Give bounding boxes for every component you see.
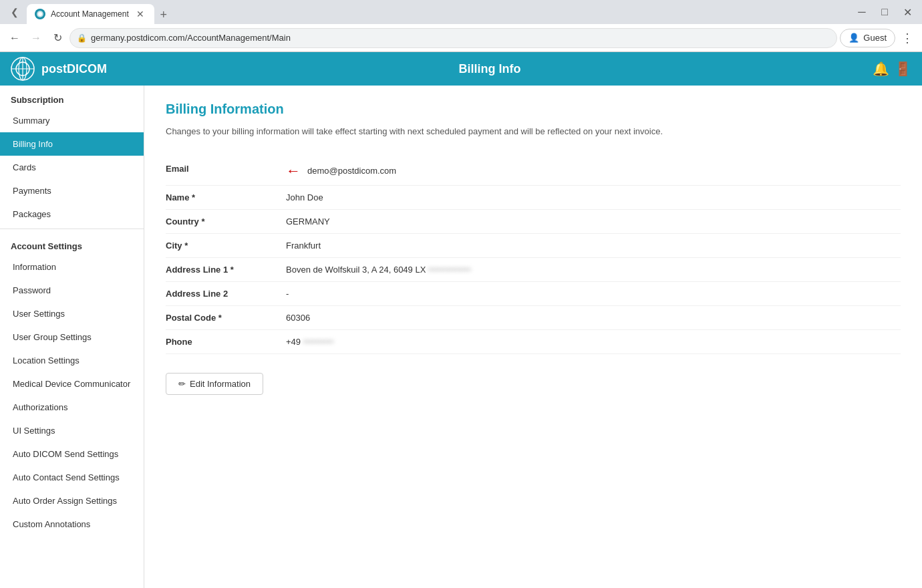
value-postal: 60306 <box>286 313 901 323</box>
info-row-address1: Address Line 1 * Boven de Wolfskuil 3, A… <box>166 258 901 282</box>
sidebar-item-summary[interactable]: Summary <box>0 109 144 132</box>
sidebar-item-medical-device[interactable]: Medical Device Communicator <box>0 372 144 396</box>
edit-icon: ✏ <box>178 379 186 389</box>
profile-label: Guest <box>863 33 887 43</box>
app-logo: postDICOM <box>11 57 107 81</box>
browser-toolbar: ← → ↻ 🔒 germany.postdicom.com/AccountMan… <box>0 24 922 52</box>
back-button[interactable]: ← <box>5 29 24 47</box>
edit-button-label: Edit Information <box>190 379 251 389</box>
subscription-section-header: Subscription <box>0 86 144 109</box>
label-postal: Postal Code * <box>166 313 286 323</box>
billing-info-table: Email ← demo@postdicom.com Name * John D… <box>166 157 901 354</box>
value-name: John Doe <box>286 192 901 202</box>
page-description: Changes to your billing information will… <box>166 125 901 138</box>
label-address1: Address Line 1 * <box>166 265 286 275</box>
sidebar-item-user-settings[interactable]: User Settings <box>0 302 144 325</box>
sidebar-item-packages[interactable]: Packages <box>0 202 144 226</box>
sidebar-item-location-settings[interactable]: Location Settings <box>0 349 144 372</box>
info-row-phone: Phone +49 •••••••••• <box>166 330 901 354</box>
svg-point-1 <box>38 12 42 16</box>
minimize-btn[interactable]: ─ <box>853 3 871 21</box>
logo-text: postDICOM <box>41 62 107 76</box>
close-btn[interactable]: ✕ <box>898 3 917 21</box>
sidebar-item-password[interactable]: Password <box>0 279 144 302</box>
value-address1: Boven de Wolfskuil 3, A 24, 6049 LX ••••… <box>286 265 901 275</box>
sidebar-item-information[interactable]: Information <box>0 255 144 279</box>
sidebar-item-authorizations[interactable]: Authorizations <box>0 396 144 419</box>
sidebar-item-auto-order-assign[interactable]: Auto Order Assign Settings <box>0 489 144 512</box>
main-content: Billing Information Changes to your bill… <box>144 86 922 588</box>
sidebar-item-user-group-settings[interactable]: User Group Settings <box>0 325 144 349</box>
sidebar-item-custom-annotations[interactable]: Custom Annotations <box>0 512 144 536</box>
value-phone: +49 •••••••••• <box>286 337 901 347</box>
tab-strip: Account Management ✕ + <box>27 0 173 24</box>
info-row-name: Name * John Doe <box>166 186 901 210</box>
tab-close-btn[interactable]: ✕ <box>134 8 146 20</box>
label-phone: Phone <box>166 337 286 347</box>
app-body: Subscription Summary Billing Info Cards … <box>0 86 922 588</box>
reload-button[interactable]: ↻ <box>48 29 67 47</box>
lock-icon: 🔒 <box>77 33 87 43</box>
profile-button[interactable]: 👤 Guest <box>840 29 895 47</box>
info-row-city: City * Frankfurt <box>166 234 901 258</box>
info-row-email: Email ← demo@postdicom.com <box>166 157 901 186</box>
label-city: City * <box>166 241 286 251</box>
red-arrow-annotation: ← <box>286 164 301 178</box>
notifications-icon[interactable]: 🔔 <box>873 61 889 77</box>
new-tab-button[interactable]: + <box>154 5 173 24</box>
page-title: Billing Information <box>166 102 901 117</box>
forward-button[interactable]: → <box>27 29 45 47</box>
app-header: postDICOM Billing Info 🔔 🚪 <box>0 52 922 86</box>
tab-favicon <box>35 9 45 19</box>
tab-scroll-left[interactable]: ❮ <box>5 3 24 21</box>
edit-information-button[interactable]: ✏ Edit Information <box>166 373 263 395</box>
tab-title: Account Management <box>51 9 129 19</box>
sidebar-divider-1 <box>0 229 144 229</box>
label-name: Name * <box>166 192 286 202</box>
value-country: GERMANY <box>286 216 901 227</box>
value-city: Frankfurt <box>286 241 901 251</box>
label-country: Country * <box>166 216 286 227</box>
logo-svg <box>11 57 35 81</box>
sidebar-item-auto-dicom-send[interactable]: Auto DICOM Send Settings <box>0 442 144 466</box>
info-row-address2: Address Line 2 - <box>166 282 901 306</box>
info-row-postal: Postal Code * 60306 <box>166 306 901 330</box>
browser-menu-button[interactable]: ⋮ <box>898 29 917 47</box>
label-email: Email <box>166 164 286 178</box>
sidebar: Subscription Summary Billing Info Cards … <box>0 86 144 588</box>
header-actions: 🔔 🚪 <box>873 61 911 77</box>
address-text: germany.postdicom.com/AccountManagement/… <box>91 33 830 43</box>
value-address2: - <box>286 289 901 299</box>
browser-titlebar: ❮ Account Management ✕ + ─ □ ✕ <box>0 0 922 24</box>
app-wrapper: postDICOM Billing Info 🔔 🚪 Subscription … <box>0 52 922 588</box>
header-title: Billing Info <box>459 62 521 76</box>
sidebar-item-auto-contact-send[interactable]: Auto Contact Send Settings <box>0 466 144 489</box>
value-email: demo@postdicom.com <box>307 166 396 176</box>
profile-icon: 👤 <box>849 33 859 43</box>
sidebar-item-cards[interactable]: Cards <box>0 156 144 179</box>
address-bar[interactable]: 🔒 germany.postdicom.com/AccountManagemen… <box>69 28 837 48</box>
info-row-country: Country * GERMANY <box>166 210 901 234</box>
active-tab[interactable]: Account Management ✕ <box>27 4 154 24</box>
logout-icon[interactable]: 🚪 <box>895 61 911 77</box>
maximize-btn[interactable]: □ <box>875 3 894 21</box>
label-address2: Address Line 2 <box>166 289 286 299</box>
sidebar-item-billing-info[interactable]: Billing Info <box>0 132 144 156</box>
sidebar-item-ui-settings[interactable]: UI Settings <box>0 419 144 442</box>
account-settings-section-header: Account Settings <box>0 232 144 255</box>
sidebar-item-payments[interactable]: Payments <box>0 179 144 202</box>
